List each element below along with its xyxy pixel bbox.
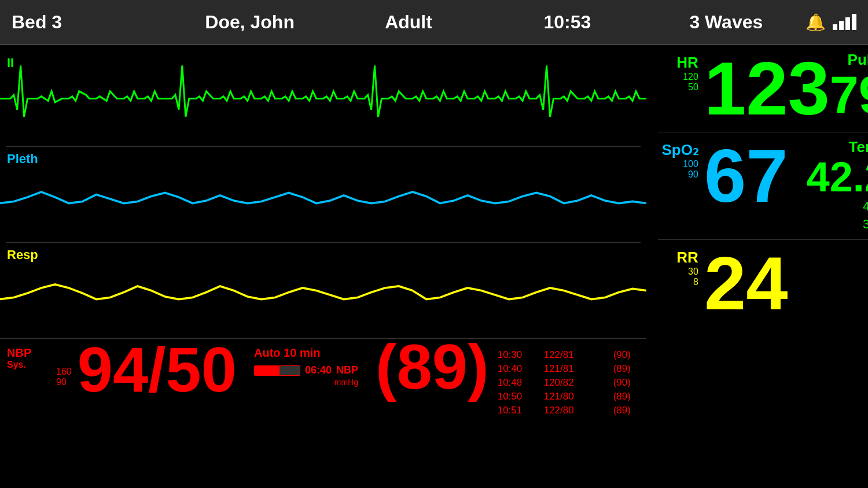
- history-row: 10:48 120/82 (90): [498, 377, 631, 389]
- bed-label: Bed 3: [12, 12, 170, 33]
- history-row: 10:40 121/81 (89): [498, 363, 631, 375]
- temp-block: Temp 42.2 42.6 36.9: [807, 138, 868, 234]
- spo2-labels: SpO₂ 100 90: [658, 138, 698, 180]
- history-mean: (89): [613, 363, 631, 375]
- spo2-high: 100: [683, 159, 698, 169]
- spo2-temp-row: SpO₂ 100 90 67 Temp 42.2 42.6 36.9: [658, 138, 868, 234]
- nbp-label-right: NBP: [336, 364, 358, 376]
- nbp-auto-info: Auto 10 min 06:40 NBP mmHg: [254, 343, 358, 387]
- temp-value: 42.2: [807, 156, 868, 198]
- nbp-countdown-time: 06:40: [305, 364, 332, 376]
- bar3: [845, 17, 850, 30]
- resp-waveform: [0, 243, 646, 338]
- temp-high: 42.6: [807, 198, 868, 216]
- alarm-icon: 🔔: [806, 13, 826, 32]
- history-bp: 121/80: [544, 391, 602, 402]
- nbp-scale-high: 160: [56, 367, 72, 377]
- history-row: 10:50 121/80 (89): [498, 391, 631, 402]
- rr-low: 8: [693, 277, 698, 287]
- nbp-progress-bar-outer: [254, 365, 300, 376]
- nbp-history: 10:30 122/81 (90) 10:40 121/81 (89) 10:4…: [489, 343, 639, 424]
- nbp-label: NBP: [7, 346, 53, 360]
- header-bar: Bed 3 Doe, John Adult 10:53 3 Waves 🔔: [0, 0, 868, 45]
- ecg-label: II: [7, 56, 14, 71]
- hr-label: HR: [676, 54, 698, 72]
- signal-bars: [833, 14, 856, 30]
- history-bp: 122/81: [544, 349, 602, 361]
- nbp-scale: 160 90: [56, 367, 72, 387]
- hr-pulse-row: HR 120 50 123 Pulse 79: [658, 51, 868, 126]
- waves-label: 3 Waves: [647, 12, 806, 33]
- history-time: 10:50: [498, 391, 532, 402]
- patient-mode: Adult: [329, 12, 488, 33]
- pleth-waveform: [0, 147, 646, 242]
- pleth-label: Pleth: [7, 151, 38, 167]
- history-time: 10:48: [498, 377, 532, 389]
- bar2: [839, 21, 844, 30]
- resp-label: Resp: [7, 247, 38, 263]
- pleth-wave-row: Pleth: [0, 147, 646, 242]
- spo2-rr-divider: [658, 239, 868, 240]
- history-mean: (90): [613, 377, 631, 389]
- history-mean: (90): [613, 349, 631, 361]
- current-time: 10:53: [488, 12, 646, 33]
- nbp-scale-low: 90: [56, 377, 72, 387]
- ecg-wave-row: II: [0, 51, 646, 146]
- nbp-mmhg-label: mmHg: [254, 378, 358, 387]
- history-row: 10:30 122/81 (90): [498, 349, 631, 361]
- history-time: 10:51: [498, 405, 532, 416]
- history-bp: 121/81: [544, 363, 602, 375]
- patient-name: Doe, John: [170, 12, 329, 33]
- pulse-block: Pulse 79: [830, 51, 868, 121]
- hr-labels: HR 120 50: [658, 51, 698, 93]
- rr-row: RR 30 8 24: [658, 246, 868, 321]
- history-bp: 122/80: [544, 405, 602, 416]
- spo2-value: 67: [704, 138, 788, 213]
- rr-value: 24: [704, 246, 788, 321]
- nbp-mean-value: (89): [376, 335, 489, 398]
- hr-low: 50: [688, 82, 698, 93]
- main-content: II Pleth Resp NBP Sys.: [0, 45, 868, 488]
- spo2-label: SpO₂: [661, 141, 698, 159]
- nbp-sublabel: Sys.: [7, 360, 53, 370]
- pulse-value: 79: [830, 69, 868, 121]
- nbp-progress: 06:40 NBP: [254, 364, 358, 376]
- rr-high: 30: [688, 267, 698, 277]
- history-mean: (89): [613, 391, 631, 402]
- rr-labels: RR 30 8: [658, 246, 698, 287]
- bar4: [852, 14, 856, 30]
- nbp-section: NBP Sys. 160 90 94/50 Auto 10 min 06:40 …: [0, 338, 646, 465]
- spo2-low: 90: [688, 169, 698, 180]
- nbp-label-area: NBP Sys.: [7, 343, 53, 370]
- temp-low: 36.9: [807, 216, 868, 234]
- history-row: 10:51 122/80 (89): [498, 405, 631, 416]
- history-bp: 120/82: [544, 377, 602, 389]
- resp-wave-row: Resp: [0, 243, 646, 338]
- bar1: [833, 24, 837, 30]
- rr-label: RR: [676, 249, 698, 267]
- history-time: 10:40: [498, 363, 532, 375]
- history-time: 10:30: [498, 349, 532, 361]
- ecg-waveform: [0, 51, 646, 146]
- header-icons: 🔔: [806, 13, 856, 32]
- nbp-main-value: 94/50: [78, 338, 237, 401]
- right-panel: HR 120 50 123 Pulse 79 SpO₂ 100 90 67 Te…: [646, 45, 868, 488]
- hr-high: 120: [683, 72, 698, 82]
- waveform-area: II Pleth Resp NBP Sys.: [0, 45, 646, 488]
- nbp-progress-bar-inner: [255, 366, 279, 375]
- hr-spo2-divider: [658, 132, 868, 132]
- hr-value: 123: [704, 51, 830, 126]
- history-mean: (89): [613, 405, 631, 416]
- nbp-auto-text: Auto 10 min: [254, 346, 358, 360]
